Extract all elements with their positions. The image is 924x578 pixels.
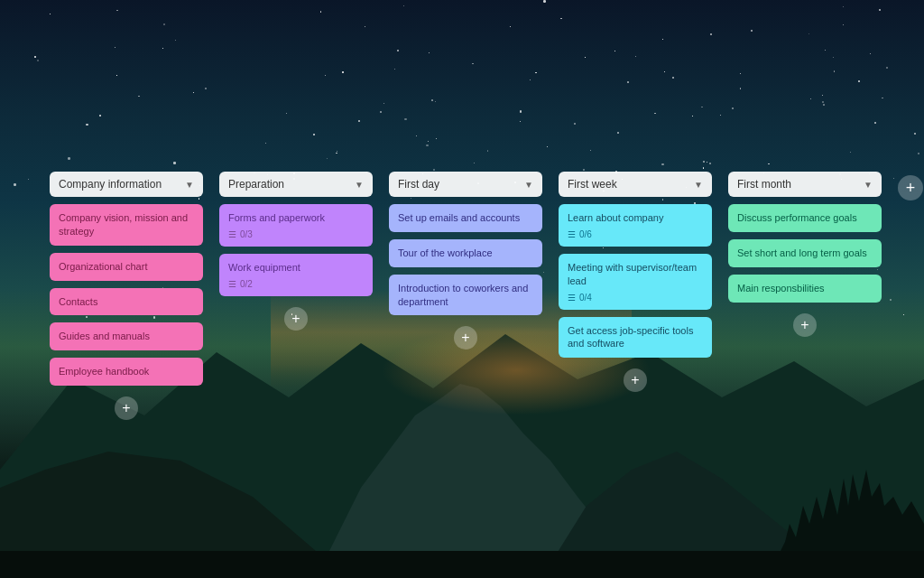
card-title: Introduction to coworkers and department xyxy=(398,282,533,309)
column-title: First day xyxy=(398,178,439,191)
card[interactable]: Company vision, mission and strategy xyxy=(50,204,203,246)
chevron-down-icon: ▼ xyxy=(694,180,703,190)
card[interactable]: Tour of the workplace xyxy=(389,239,542,267)
card[interactable]: Learn about company☰0/6 xyxy=(559,204,712,247)
column-company: Company information▼Company vision, miss… xyxy=(50,172,203,420)
checklist-icon: ☰ xyxy=(568,293,576,303)
checklist-icon: ☰ xyxy=(228,279,236,289)
column-title: First month xyxy=(737,178,791,191)
column-firstday: First day▼Set up emails and accountsTour… xyxy=(389,172,542,350)
card-title: Work equipment xyxy=(228,261,364,275)
column-header-firstmonth[interactable]: First month▼ xyxy=(728,172,882,197)
column-firstmonth: First month▼Discuss performance goalsSet… xyxy=(728,172,882,337)
card[interactable]: Guides and manuals xyxy=(50,322,203,350)
add-card-button-firstday[interactable]: + xyxy=(454,326,477,350)
card-title: Get access job-specific tools and softwa… xyxy=(568,324,703,351)
card-title: Set short and long term goals xyxy=(737,247,873,260)
card-progress: 0/6 xyxy=(579,229,592,239)
card[interactable]: Meeting with supervisor/team lead☰0/4 xyxy=(559,254,712,310)
card-title: Main responsbilities xyxy=(737,282,873,295)
card-progress: 0/3 xyxy=(240,229,253,239)
chevron-down-icon: ▼ xyxy=(864,180,873,190)
card-progress: 0/2 xyxy=(240,279,253,289)
kanban-board: Company information▼Company vision, miss… xyxy=(0,0,924,578)
chevron-down-icon: ▼ xyxy=(185,180,194,190)
card-meta: ☰0/4 xyxy=(568,293,703,303)
card-title: Meeting with supervisor/team lead xyxy=(568,261,703,288)
card-title: Guides and manuals xyxy=(59,330,194,343)
card[interactable]: Main responsbilities xyxy=(728,275,882,303)
column-header-company[interactable]: Company information▼ xyxy=(50,172,203,197)
card-title: Forms and paperwork xyxy=(228,211,364,225)
card-title: Learn about company xyxy=(568,211,703,225)
card[interactable]: Set up emails and accounts xyxy=(389,204,542,232)
card[interactable]: Discuss performance goals xyxy=(728,204,882,232)
card[interactable]: Forms and paperwork☰0/3 xyxy=(219,204,373,247)
chevron-down-icon: ▼ xyxy=(524,180,533,190)
card[interactable]: Set short and long term goals xyxy=(728,239,882,267)
column-header-firstday[interactable]: First day▼ xyxy=(389,172,542,197)
card-meta: ☰0/2 xyxy=(228,279,364,289)
column-header-prep[interactable]: Preparation▼ xyxy=(219,172,373,197)
card-title: Employee handbook xyxy=(59,365,194,378)
card-title: Set up emails and accounts xyxy=(398,211,533,225)
column-title: Company information xyxy=(59,178,162,191)
column-prep: Preparation▼Forms and paperwork☰0/3Work … xyxy=(219,172,373,331)
column-firstweek: First week▼Learn about company☰0/6Meetin… xyxy=(559,172,712,392)
column-header-firstweek[interactable]: First week▼ xyxy=(559,172,712,197)
card-title: Contacts xyxy=(59,295,194,309)
add-card-button-company[interactable]: + xyxy=(115,396,138,420)
card-meta: ☰0/3 xyxy=(228,229,364,239)
card[interactable]: Work equipment☰0/2 xyxy=(219,254,373,296)
card-title: Discuss performance goals xyxy=(737,211,873,225)
card[interactable]: Employee handbook xyxy=(50,358,203,386)
card[interactable]: Get access job-specific tools and softwa… xyxy=(559,317,712,359)
card[interactable]: Introduction to coworkers and department xyxy=(389,275,542,316)
add-card-button-firstweek[interactable]: + xyxy=(624,368,647,392)
card[interactable]: Organizational chart xyxy=(50,253,203,281)
column-title: First week xyxy=(568,178,617,191)
card-title: Organizational chart xyxy=(59,260,194,274)
add-card-button-prep[interactable]: + xyxy=(284,307,308,331)
add-column-button[interactable]: + xyxy=(898,175,923,200)
card-progress: 0/4 xyxy=(579,293,592,303)
column-title: Preparation xyxy=(228,178,284,191)
card-meta: ☰0/6 xyxy=(568,229,703,239)
checklist-icon: ☰ xyxy=(228,229,236,239)
chevron-down-icon: ▼ xyxy=(355,180,364,190)
add-card-button-firstmonth[interactable]: + xyxy=(793,313,817,337)
card-title: Tour of the workplace xyxy=(398,247,533,260)
card-title: Company vision, mission and strategy xyxy=(59,211,194,238)
card[interactable]: Contacts xyxy=(50,288,203,316)
checklist-icon: ☰ xyxy=(568,229,576,239)
